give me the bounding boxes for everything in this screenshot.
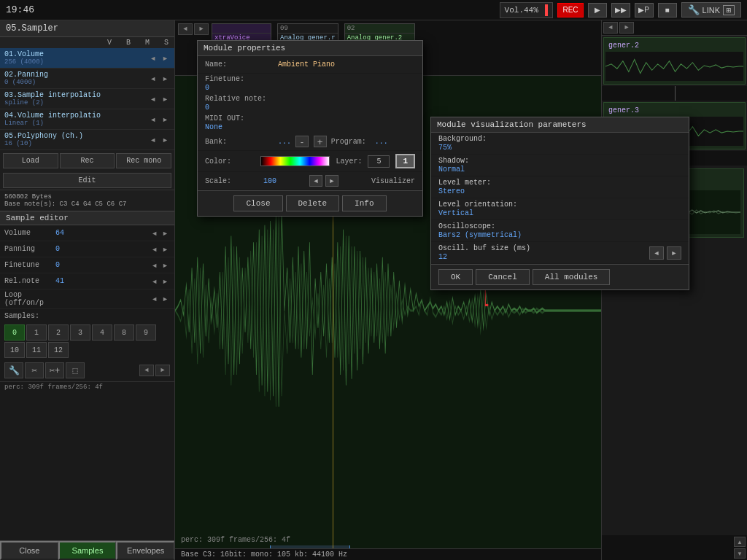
rel-note-left-btn[interactable]: ◄ <box>150 277 159 286</box>
sample-3[interactable]: 3 <box>70 324 90 341</box>
visualizer-area: Visualizer <box>371 177 415 185</box>
sample-4[interactable]: 4 <box>92 324 112 341</box>
play-to-end-button[interactable]: ▶▶ <box>611 3 630 18</box>
rec-button[interactable]: REC <box>557 3 583 18</box>
module-05-left-btn[interactable]: ◄ <box>148 136 158 144</box>
scroll-down-btn[interactable]: ▼ <box>734 548 746 559</box>
finetune-left-btn[interactable]: ◄ <box>150 261 159 270</box>
right-panel: ◄ ► gener.2 gener.3 <box>601 20 747 560</box>
module-03-right-btn[interactable]: ► <box>160 95 170 104</box>
close-sample-btn[interactable]: Close <box>0 541 58 560</box>
volume-display: Vol.44% <box>500 2 554 18</box>
panning-left-btn[interactable]: ◄ <box>150 245 159 254</box>
bank-row: Bank: ... - + Program: ... <box>198 133 422 151</box>
viz-all-modules-btn[interactable]: All modules <box>533 269 611 285</box>
sample-editor-header: Sample editor <box>0 211 174 225</box>
load-button[interactable]: Load <box>3 153 58 168</box>
module-03-left-btn[interactable]: ◄ <box>148 95 158 104</box>
module-props-buttons: Close Delete Info <box>198 190 422 216</box>
play-pattern-button[interactable]: ▶P <box>635 3 654 18</box>
sample-9[interactable]: 9 <box>136 324 156 341</box>
bank-plus-btn[interactable]: + <box>314 136 327 147</box>
rel-note-row: Rel.note 41 ◄ ► <box>0 273 174 289</box>
oscill-buf-right-btn[interactable]: ► <box>667 246 681 260</box>
connector-area-1 <box>602 86 747 101</box>
right-gen2-preview <box>605 52 743 81</box>
volume-right-btn[interactable]: ► <box>160 229 170 238</box>
wave-nav-right[interactable]: ► <box>155 365 170 376</box>
module-props-info-btn[interactable]: Info <box>342 195 386 211</box>
wave-nav-left[interactable]: ◄ <box>139 365 154 376</box>
scroll-up-btn[interactable]: ▲ <box>734 537 746 547</box>
stop-button[interactable]: ■ <box>658 3 677 18</box>
sample-editor-tools: 🔧 ✂ ✂+ ⬚ ◄ ► <box>0 359 174 381</box>
module-04-left-btn[interactable]: ◄ <box>148 115 158 124</box>
finetune-row: Finetune: 0 <box>198 74 422 93</box>
link-grid-icon: ⊞ <box>723 5 735 15</box>
module-02-left-btn[interactable]: ◄ <box>148 74 158 83</box>
module-01[interactable]: 01.Volume 256 (4000) ◄ ► <box>0 48 174 69</box>
samples-tab[interactable]: Samples <box>58 541 117 560</box>
scissors-tool-icon[interactable]: ✂ <box>25 362 44 378</box>
right-gen2-module[interactable]: gener.2 <box>603 37 746 85</box>
top-nav-left[interactable]: ◄ <box>178 23 193 35</box>
layer-box-5[interactable]: 5 <box>368 155 390 168</box>
volume-left-btn[interactable]: ◄ <box>150 229 159 238</box>
panning-row: Panning 0 ◄ ► <box>0 241 174 257</box>
module-05[interactable]: 05.Polyphony (ch.) 16 (10) ◄ ► <box>0 130 174 150</box>
top-nav-arrows: ◄ ► <box>178 23 209 35</box>
wrench-tool-icon[interactable]: 🔧 <box>4 362 23 378</box>
module-04[interactable]: 04.Volume interpolatio Linear (1) ◄ ► <box>0 109 174 130</box>
rel-note-right-btn[interactable]: ► <box>160 277 170 286</box>
sample-11[interactable]: 11 <box>26 342 47 358</box>
module-01-left-btn[interactable]: ◄ <box>148 54 158 63</box>
viz-cancel-btn[interactable]: Cancel <box>476 269 530 285</box>
module-props-close-btn[interactable]: Close <box>233 195 282 211</box>
select-tool-icon[interactable]: ⬚ <box>66 362 85 378</box>
sample-0[interactable]: 0 <box>4 324 25 341</box>
sample-2[interactable]: 2 <box>48 324 69 341</box>
background-row: Background: 75% <box>431 133 689 155</box>
right-nav: ◄ ► <box>602 20 747 36</box>
layer-active-1[interactable]: 1 <box>395 154 415 168</box>
viz-ok-btn[interactable]: OK <box>438 269 473 285</box>
link-button[interactable]: 🔧 LINK ⊞ <box>681 2 741 18</box>
envelopes-tab[interactable]: Envelopes <box>116 541 174 560</box>
loop-row: Loop (off/on/p ◄ ► <box>0 289 174 309</box>
volume-row: Volume 64 ◄ ► <box>0 225 174 241</box>
sample-8[interactable]: 8 <box>114 324 134 341</box>
topbar-controls: Vol.44% REC ▶ ▶▶ ▶P ■ 🔧 LINK ⊞ <box>500 2 741 18</box>
play-button[interactable]: ▶ <box>588 3 607 18</box>
scale-right-btn[interactable]: ► <box>325 175 338 187</box>
sample-editor-tabs: Close Samples Envelopes <box>0 540 174 560</box>
module-props-delete-btn[interactable]: Delete <box>286 195 340 211</box>
top-nav-right[interactable]: ► <box>194 23 209 35</box>
rec-mono-button[interactable]: Rec mono <box>116 153 171 168</box>
module-04-right-btn[interactable]: ► <box>160 115 170 124</box>
module-05-right-btn[interactable]: ► <box>160 136 170 144</box>
module-02-right-btn[interactable]: ► <box>160 74 170 83</box>
level-meter-row: Level meter: Stereo <box>431 176 689 198</box>
right-nav-right[interactable]: ► <box>619 22 634 34</box>
loop-left-btn[interactable]: ◄ <box>150 295 159 303</box>
rec-sample-button[interactable]: Rec <box>60 153 115 168</box>
right-nav-left[interactable]: ◄ <box>603 22 618 34</box>
oscill-buf-left-btn[interactable]: ◄ <box>649 246 664 260</box>
loop-right-btn[interactable]: ► <box>160 295 170 303</box>
module-name-row: Name: Ambient Piano <box>198 56 422 74</box>
shadow-row: Shadow: Normal <box>431 155 689 176</box>
color-picker[interactable] <box>260 156 330 166</box>
sample-10[interactable]: 10 <box>4 342 25 358</box>
scale-left-btn[interactable]: ◄ <box>309 175 322 187</box>
module-03[interactable]: 03.Sample interpolatio spline (2) ◄ ► <box>0 89 174 109</box>
module-02[interactable]: 02.Panning 0 (4000) ◄ ► <box>0 69 174 89</box>
finetune-right-btn[interactable]: ► <box>160 261 170 270</box>
sample-1[interactable]: 1 <box>26 324 47 341</box>
module-01-right-btn[interactable]: ► <box>160 54 170 63</box>
sampler-action-buttons: Load Rec Rec mono <box>0 150 174 171</box>
bank-minus-btn[interactable]: - <box>295 136 309 147</box>
sample-12[interactable]: 12 <box>48 342 69 358</box>
add-tool-icon[interactable]: ✂+ <box>45 362 64 378</box>
edit-button[interactable]: Edit <box>3 173 171 188</box>
panning-right-btn[interactable]: ► <box>160 245 170 254</box>
